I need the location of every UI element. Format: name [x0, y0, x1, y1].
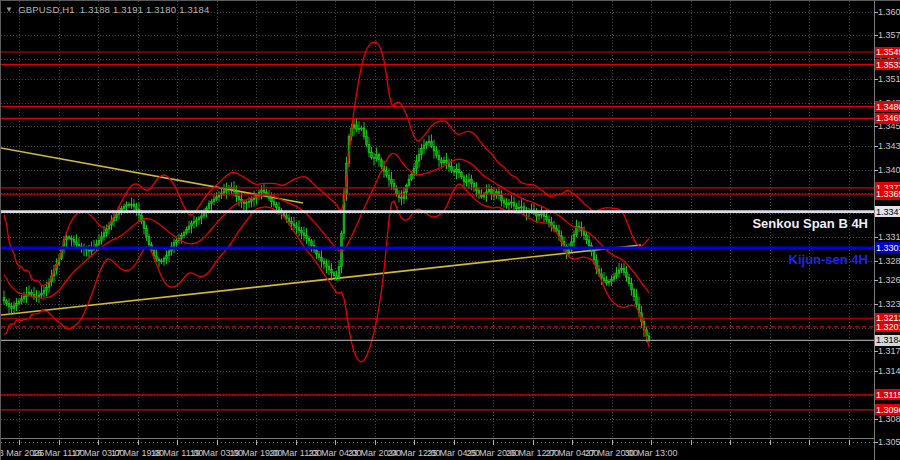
price-tick-label: 1.3285: [878, 256, 900, 266]
price-tick-label: 1.3570: [878, 30, 900, 40]
indicator-label-kijun: Kijun-sen 4H: [789, 252, 868, 267]
mt4-chart-window: ▼ GBPUSD,H1 1.3188 1.3191 1.3180 1.3184 …: [0, 0, 900, 460]
axis-ticks: [20, 13, 879, 446]
price-level-badge-senkou: 1.3347: [875, 206, 900, 217]
price-level-badge-current: 1.3184: [875, 335, 900, 346]
price-tick-label: 1.3230: [878, 299, 900, 309]
candles: [3, 119, 650, 343]
price-level-badge-red: 1.3115: [875, 389, 900, 400]
chart-title: ▼ GBPUSD,H1 1.3188 1.3191 1.3180 1.3184: [5, 4, 209, 15]
price-level-badge-red: 1.3465: [875, 113, 900, 124]
price-level-badge-red: 1.3369: [875, 189, 900, 200]
plot-area: [1, 1, 874, 438]
symbol-dropdown-icon[interactable]: ▼: [5, 6, 13, 14]
time-tick-label: 30 Mar 13:00: [623, 448, 679, 458]
ohlc-values: 1.3188 1.3191 1.3180 1.3184: [80, 4, 210, 15]
price-level-badge-red: 1.3096: [875, 404, 900, 415]
price-tick-label: 1.3170: [878, 346, 900, 356]
price-level-badge-red-dashed: 1.3201: [875, 321, 900, 332]
price-tick-label: 1.3055: [878, 437, 900, 447]
price-tick-label: 1.3145: [878, 366, 900, 376]
grid: [1, 1, 874, 438]
price-tick-label: 1.3315: [878, 232, 900, 242]
price-tick-label: 1.3515: [878, 74, 900, 84]
price-tick-label: 1.3260: [878, 275, 900, 285]
price-level-badge-red: 1.3533: [875, 59, 900, 70]
price-level-badge-red: 1.3549: [875, 47, 900, 58]
price-tick-label: 1.3430: [878, 141, 900, 151]
symbol-period-label: GBPUSD,H1: [18, 4, 75, 15]
price-level-badge-red: 1.3480: [875, 101, 900, 112]
indicator-label-senkou: Senkou Span B 4H: [752, 216, 868, 231]
price-tick-label: 1.3600: [878, 7, 900, 17]
price-level-badge-kijun: 1.3301: [875, 242, 900, 253]
price-tick-label: 1.3400: [878, 165, 900, 175]
